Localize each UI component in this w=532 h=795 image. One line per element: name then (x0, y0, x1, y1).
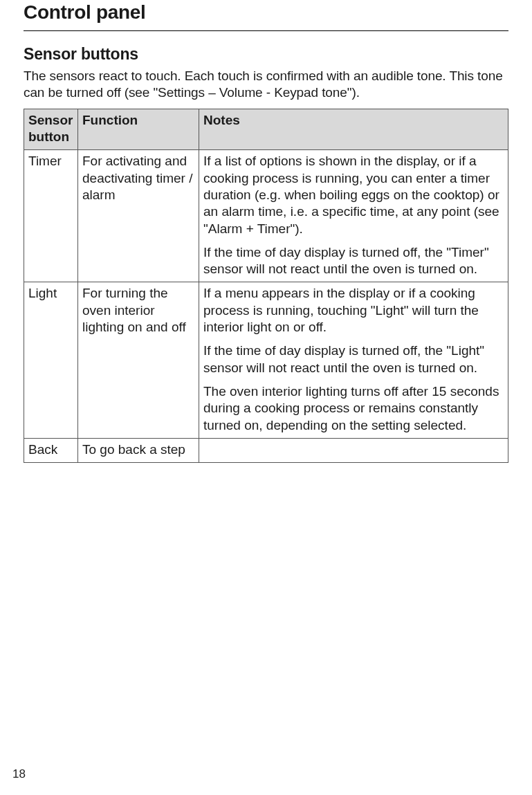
cell-notes: If a menu appears in the display or if a… (199, 282, 508, 439)
section-title: Sensor buttons (24, 45, 508, 64)
intro-paragraph: The sensors react to touch. Each touch i… (24, 68, 508, 102)
note-text: If a list of options is shown in the dis… (203, 153, 504, 237)
table-header-notes: Notes (199, 109, 508, 150)
note-text: If a menu appears in the display or if a… (203, 285, 504, 336)
table-row: Timer For activating and deactivating ti… (24, 150, 508, 282)
note-text: If the time of day display is turned off… (203, 244, 504, 278)
cell-notes (199, 438, 508, 462)
cell-notes: If a list of options is shown in the dis… (199, 150, 508, 282)
cell-function: For turning the oven interior lighting o… (78, 282, 199, 439)
table-header-function: Function (78, 109, 199, 150)
table-row: Light For turning the oven interior ligh… (24, 282, 508, 439)
cell-function: To go back a step (78, 438, 199, 462)
cell-function: For activating and deactivating timer / … (78, 150, 199, 282)
note-text: If the time of day display is turned off… (203, 342, 504, 376)
table-header-sensor-button: Sensor button (24, 109, 78, 150)
cell-button: Light (24, 282, 78, 439)
note-text: The oven interior lighting turns off aft… (203, 383, 504, 434)
page-number: 18 (12, 767, 26, 781)
page-title: Control panel (24, 0, 508, 31)
cell-button: Back (24, 438, 78, 462)
sensor-buttons-table: Sensor button Function Notes Timer For a… (24, 109, 508, 464)
cell-button: Timer (24, 150, 78, 282)
table-row: Back To go back a step (24, 438, 508, 462)
